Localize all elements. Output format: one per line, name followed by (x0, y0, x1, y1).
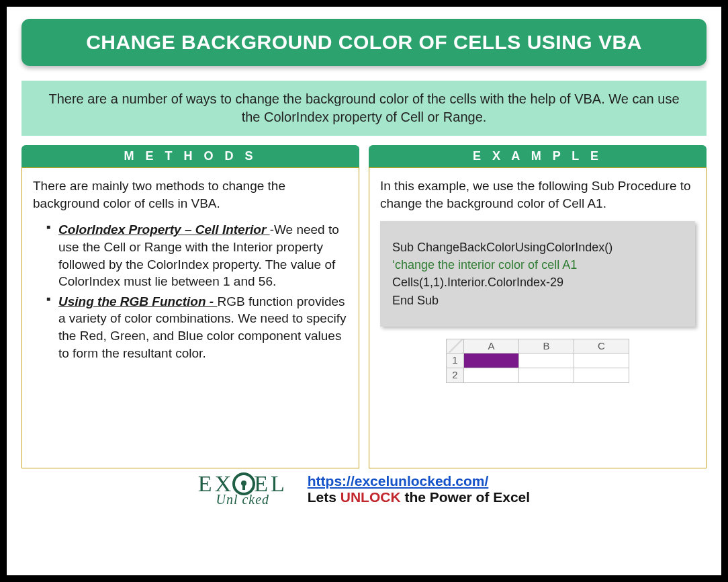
tag-pre: Lets (308, 489, 340, 505)
logo-bottom: Unl cked (198, 494, 287, 505)
code-line-comment: ‘change the interior color of cell A1 (392, 256, 683, 274)
cell-a1-filled (464, 353, 519, 368)
cell-c1 (574, 353, 629, 368)
code-line-end: End Sub (392, 292, 683, 309)
col-header-b: B (519, 339, 574, 353)
example-lead: In this example, we use the following Su… (380, 177, 695, 212)
logo-top-post: EL (254, 474, 287, 494)
brand-logo: EX EL Unl cked (198, 472, 291, 505)
row-header-1: 1 (447, 353, 464, 368)
page-title: CHANGE BACKGROUND COLOR OF CELLS USING V… (21, 19, 707, 66)
code-line-body: Cells(1,1).Interior.ColorIndex-29 (392, 274, 683, 291)
col-header-c: C (574, 339, 629, 353)
method-item-colorindex: ColorIndex Property – Cell Interior -We … (46, 221, 348, 290)
tag-highlight: UNLOCK (340, 489, 401, 505)
logo-top-pre: EX (198, 474, 234, 494)
method-item-rgb: Using the RGB Function - RGB function pr… (46, 293, 348, 362)
methods-list: ColorIndex Property – Cell Interior -We … (33, 221, 348, 362)
cell-a2 (464, 368, 519, 382)
infographic-page: CHANGE BACKGROUND COLOR OF CELLS USING V… (7, 7, 721, 575)
methods-header: M E T H O D S (21, 145, 359, 167)
footer-link[interactable]: https://excelunlocked.com/ (308, 473, 489, 489)
cell-c2 (574, 368, 629, 382)
method-term: Using the RGB Function - (58, 294, 217, 308)
logo-top: EX EL (198, 472, 287, 495)
tag-post: the Power of Excel (401, 489, 531, 505)
cell-b1 (519, 353, 574, 368)
mini-spreadsheet: A B C 1 2 (446, 339, 629, 383)
method-term: ColorIndex Property – Cell Interior (58, 222, 270, 237)
footer-text: https://excelunlocked.com/ Lets UNLOCK t… (308, 473, 530, 505)
methods-column: M E T H O D S There are mainly two metho… (21, 145, 359, 468)
footer-tagline: Lets UNLOCK the Power of Excel (308, 489, 530, 505)
sheet-corner (447, 339, 464, 353)
row-header-2: 2 (447, 368, 464, 382)
footer: EX EL Unl cked https://excelunlocked.com… (21, 472, 707, 505)
code-block: Sub ChangeBackColorUsingColorIndex() ‘ch… (380, 221, 695, 326)
methods-body: There are mainly two methods to change t… (21, 167, 359, 468)
columns-wrap: M E T H O D S There are mainly two metho… (21, 145, 707, 468)
example-body: In this example, we use the following Su… (369, 167, 707, 468)
methods-lead: There are mainly two methods to change t… (33, 177, 348, 212)
col-header-a: A (464, 339, 519, 353)
example-column: E X A M P L E In this example, we use th… (369, 145, 707, 468)
lock-icon (232, 472, 255, 495)
cell-b2 (519, 368, 574, 382)
example-header: E X A M P L E (369, 145, 707, 167)
intro-text: There are a number of ways to change the… (21, 81, 707, 136)
code-line-sub: Sub ChangeBackColorUsingColorIndex() (392, 239, 683, 256)
